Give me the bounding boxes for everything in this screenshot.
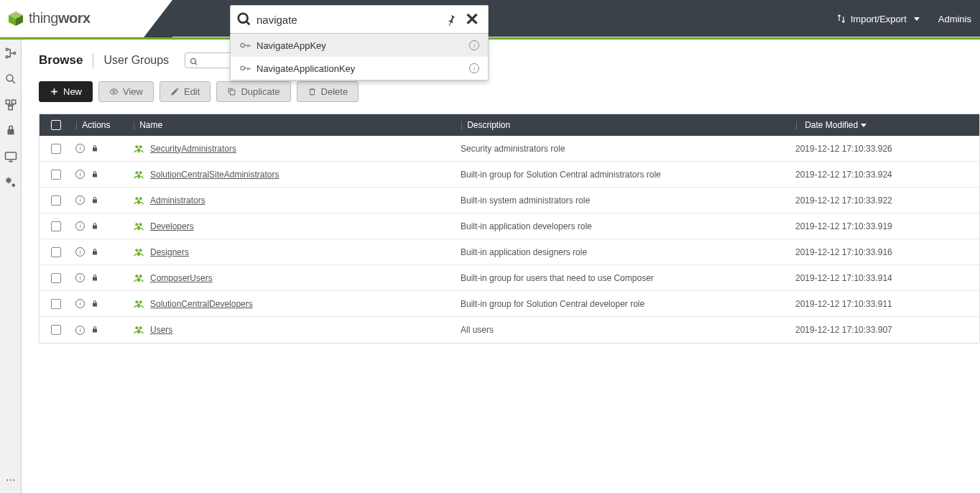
search-suggestions: NavigateAppKey i NavigateApplicationKey … [230,34,489,80]
row-name-link[interactable]: SecurityAdministrators [150,144,236,154]
row-description: Built-in application designers role [458,247,792,257]
svg-line-4 [246,22,250,25]
group-icon [133,143,144,155]
header-actions[interactable]: Actions [82,120,110,130]
gear-icon[interactable] [4,176,17,189]
table-row[interactable]: iSolutionCentralSiteAdministratorsBuilt-… [40,162,979,188]
monitor-icon[interactable] [4,150,17,163]
info-icon[interactable]: i [75,144,85,153]
view-button[interactable]: View [98,81,154,102]
info-icon[interactable]: i [75,299,85,308]
delete-button[interactable]: Delete [297,81,359,102]
row-checkbox[interactable] [51,247,61,257]
breadcrumb-root[interactable]: Browse [39,53,83,68]
duplicate-button[interactable]: Duplicate [216,81,290,102]
sort-desc-icon[interactable] [861,124,866,127]
new-button[interactable]: New [39,81,93,102]
breadcrumb: Browse User Groups [39,52,980,68]
model-icon[interactable] [4,98,17,111]
info-icon[interactable]: i [75,326,85,335]
group-icon [133,247,144,258]
lock-icon [91,274,99,282]
expand-rail-icon[interactable]: ⋯ [6,474,16,486]
search-rail-icon[interactable] [4,73,17,86]
svg-point-13 [6,48,8,50]
svg-point-42 [139,223,142,226]
close-icon[interactable]: ✕ [462,11,482,28]
table-row[interactable]: iDesignersBuilt-in application designers… [40,239,979,265]
row-name-link[interactable]: Users [150,325,172,335]
svg-line-27 [195,63,198,65]
info-icon[interactable]: i [75,195,85,205]
row-date: 2019-12-12 17:10:33.922 [792,195,979,206]
header-description[interactable]: Description [467,120,510,130]
plus-icon [50,87,59,96]
pin-icon[interactable] [445,13,458,26]
hierarchy-icon[interactable] [4,47,17,60]
row-name-link[interactable]: Designers [150,247,189,257]
info-icon[interactable]: i [75,170,85,179]
info-icon[interactable]: i [75,221,85,231]
data-grid: |Actions |Name |Description |Date Modifi… [39,114,980,344]
edit-button[interactable]: Edit [160,81,211,102]
group-icon [133,221,144,232]
row-description: Built-in group for users that need to us… [458,273,792,283]
row-checkbox[interactable] [51,299,61,309]
row-name-link[interactable]: ComposerUsers [150,273,213,283]
logo[interactable]: thingworx [0,10,91,27]
import-export-menu[interactable]: Import/Export [836,14,920,24]
row-checkbox[interactable] [51,273,61,283]
svg-point-51 [139,300,142,303]
svg-rect-21 [5,152,16,160]
current-user-label[interactable]: Adminis [938,14,971,24]
table-row[interactable]: iComposerUsersBuilt-in group for users t… [40,265,979,291]
row-name-link[interactable]: Administrators [150,195,205,206]
row-date: 2019-12-12 17:10:33.911 [792,299,979,309]
svg-point-14 [6,56,8,58]
lock-icon [91,222,99,231]
svg-point-9 [241,66,244,70]
header-date[interactable]: Date Modified [805,120,858,130]
row-checkbox[interactable] [51,144,61,154]
table-row[interactable]: iUsersAll users2019-12-12 17:10:33.907 [40,317,979,343]
row-checkbox[interactable] [51,325,61,335]
breadcrumb-separator [93,53,93,68]
svg-point-54 [139,326,142,329]
lock-icon [91,170,99,179]
suggestion-item[interactable]: NavigateApplicationKey i [231,57,488,80]
table-row[interactable]: iDevelopersBuilt-in application develope… [40,213,979,239]
row-name-link[interactable]: SolutionCentralDevelopers [150,299,253,309]
svg-point-35 [135,171,138,174]
top-bar: thingworx ✕ NavigateAppKey i [0,0,980,37]
suggestion-label: NavigateAppKey [256,40,469,51]
edit-button-label: Edit [184,86,200,97]
row-description: All users [458,325,792,335]
table-row[interactable]: iSolutionCentralDevelopersBuilt-in group… [40,291,979,317]
info-icon[interactable]: i [469,40,479,50]
info-icon[interactable]: i [75,273,85,282]
row-description: Built-in system administrators role [458,195,792,206]
row-name-link[interactable]: Developers [150,221,194,231]
svg-point-33 [139,145,142,148]
row-checkbox[interactable] [51,221,61,231]
svg-point-45 [139,249,142,252]
lock-icon [91,196,99,205]
row-checkbox[interactable] [51,170,61,180]
svg-rect-20 [9,106,12,110]
table-row[interactable]: iAdministratorsBuilt-in system administr… [40,188,979,213]
suggestion-item[interactable]: NavigateAppKey i [231,34,488,57]
table-row[interactable]: iSecurityAdministratorsSecurity administ… [40,136,979,162]
svg-point-30 [113,91,115,93]
group-icon [133,169,144,180]
info-icon[interactable]: i [469,63,479,73]
select-all-checkbox[interactable] [51,120,61,130]
global-search-input[interactable] [252,14,445,26]
row-checkbox[interactable] [51,195,61,206]
header-name[interactable]: Name [139,120,162,130]
key-icon [239,63,251,74]
row-name-link[interactable]: SolutionCentralSiteAdministrators [150,170,279,180]
row-date: 2019-12-12 17:10:33.919 [792,221,979,231]
caret-down-icon [914,17,920,21]
info-icon[interactable]: i [75,247,85,257]
security-rail-icon[interactable] [4,124,17,137]
